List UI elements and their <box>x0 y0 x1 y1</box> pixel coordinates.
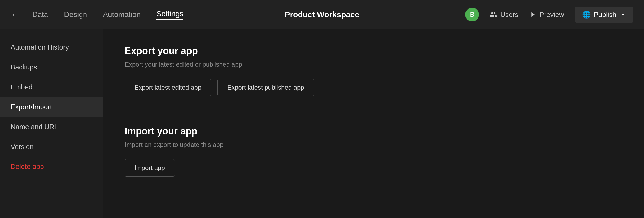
nav-link-design[interactable]: Design <box>64 10 87 19</box>
nav-links: Data Design Automation Settings <box>32 10 183 20</box>
export-button-row: Export latest edited app Export latest p… <box>125 79 623 96</box>
chevron-down-icon <box>620 11 626 18</box>
import-subtitle: Import an export to update this app <box>125 141 623 149</box>
main-content: Export your app Export your latest edite… <box>103 29 644 218</box>
sidebar-item-delete-app[interactable]: Delete app <box>0 157 103 177</box>
publish-button[interactable]: 🌐 Publish <box>575 7 633 23</box>
sidebar-item-version[interactable]: Version <box>0 137 103 157</box>
sidebar: Automation History Backups Embed Export/… <box>0 29 103 218</box>
users-button[interactable]: Users <box>490 11 518 19</box>
nav-link-settings[interactable]: Settings <box>156 10 183 20</box>
nav-right: B Users Preview 🌐 Publish <box>465 7 633 23</box>
import-app-button[interactable]: Import app <box>125 159 175 177</box>
nav-link-data[interactable]: Data <box>32 10 48 19</box>
export-title: Export your app <box>125 45 623 56</box>
export-edited-button[interactable]: Export latest edited app <box>125 79 211 96</box>
sidebar-item-name-and-url[interactable]: Name and URL <box>0 117 103 137</box>
import-button-row: Import app <box>125 159 623 177</box>
sidebar-item-embed[interactable]: Embed <box>0 77 103 97</box>
preview-button[interactable]: Preview <box>529 11 564 19</box>
avatar[interactable]: B <box>465 8 479 21</box>
users-icon <box>490 11 497 18</box>
export-section: Export your app Export your latest edite… <box>125 45 623 96</box>
back-button[interactable]: ← <box>11 10 19 20</box>
nav-link-automation[interactable]: Automation <box>103 10 141 19</box>
section-divider <box>125 112 623 112</box>
import-section: Import your app Import an export to upda… <box>125 126 623 177</box>
sidebar-item-automation-history[interactable]: Automation History <box>0 37 103 57</box>
sidebar-item-export-import[interactable]: Export/Import <box>0 97 103 117</box>
preview-icon <box>529 11 536 18</box>
sidebar-item-backups[interactable]: Backups <box>0 57 103 77</box>
export-published-button[interactable]: Export latest published app <box>217 79 314 96</box>
main-layout: Automation History Backups Embed Export/… <box>0 29 644 218</box>
page-title: Product Workspace <box>285 10 359 19</box>
publish-label: Publish <box>594 11 616 19</box>
preview-label: Preview <box>539 11 564 19</box>
export-subtitle: Export your latest edited or published a… <box>125 61 623 68</box>
import-title: Import your app <box>125 126 623 137</box>
users-label: Users <box>500 11 518 19</box>
globe-icon: 🌐 <box>582 11 591 19</box>
top-nav: ← Data Design Automation Settings Produc… <box>0 0 644 29</box>
